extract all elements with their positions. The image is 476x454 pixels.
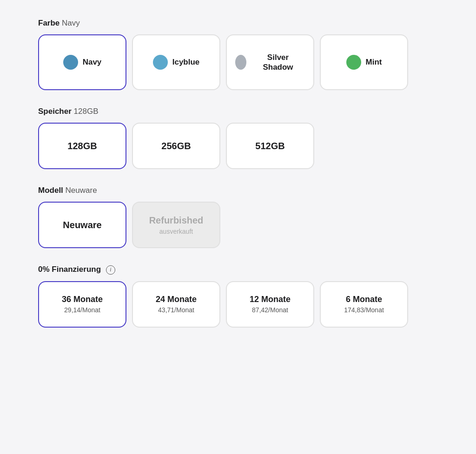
color-dot-navy xyxy=(63,55,78,70)
finance-rate-24m: 43,71/Monat xyxy=(158,306,194,314)
finanzierung-option-12m[interactable]: 12 Monate87,42/Monat xyxy=(226,281,314,328)
modell-label-value: Neuware xyxy=(66,186,97,195)
storage-label-256gb: 256GB xyxy=(161,141,191,151)
farbe-label: Farbe Navy xyxy=(38,19,438,28)
finanzierung-label-bold: 0% Finanzierung xyxy=(38,265,101,274)
storage-label-128gb: 128GB xyxy=(67,141,97,151)
modell-option-refurbished: Refurbishedausverkauft xyxy=(132,202,220,248)
color-label-icyblue: Icyblue xyxy=(172,57,200,67)
speicher-option-256gb[interactable]: 256GB xyxy=(132,123,220,169)
finance-months-36m: 36 Monate xyxy=(62,295,103,304)
modell-label-bold: Modell xyxy=(38,186,63,195)
color-dot-icyblue xyxy=(153,55,168,70)
color-label-mint: Mint xyxy=(366,57,382,67)
finance-months-24m: 24 Monate xyxy=(156,295,197,304)
finanzierung-label: 0% Finanzierung i xyxy=(38,265,438,275)
speicher-option-512gb[interactable]: 512GB xyxy=(226,123,314,169)
farbe-option-silver-shadow[interactable]: Silver Shadow xyxy=(226,34,314,90)
farbe-options-row: NavyIcyblueSilver ShadowMint xyxy=(38,34,438,90)
farbe-option-navy[interactable]: Navy xyxy=(38,34,126,90)
speicher-option-128gb[interactable]: 128GB xyxy=(38,123,126,169)
finance-rate-36m: 29,14/Monat xyxy=(64,306,100,314)
model-sublabel-refurbished: ausverkauft xyxy=(159,228,193,235)
modell-inner-refurbished: Refurbishedausverkauft xyxy=(149,215,204,235)
farbe-option-mint[interactable]: Mint xyxy=(320,34,408,90)
modell-options-row: NeuwareRefurbishedausverkauft xyxy=(38,202,438,248)
finance-rate-6m: 174,83/Monat xyxy=(344,306,384,314)
farbe-option-icyblue[interactable]: Icyblue xyxy=(132,34,220,90)
finance-months-6m: 6 Monate xyxy=(346,295,382,304)
finanzierung-option-36m[interactable]: 36 Monate29,14/Monat xyxy=(38,281,126,328)
color-label-silver-shadow: Silver Shadow xyxy=(251,53,305,72)
storage-label-512gb: 512GB xyxy=(255,141,284,151)
speicher-label-bold: Speicher xyxy=(38,107,72,116)
color-label-navy: Navy xyxy=(83,57,102,67)
modell-inner-neuware: Neuware xyxy=(63,220,101,230)
speicher-section: Speicher 128GB 128GB256GB512GB xyxy=(38,107,438,169)
speicher-label: Speicher 128GB xyxy=(38,107,438,116)
finance-months-12m: 12 Monate xyxy=(250,295,291,304)
product-options-container: Farbe Navy NavyIcyblueSilver ShadowMint … xyxy=(38,19,438,435)
modell-label: Modell Neuware xyxy=(38,186,438,195)
finanzierung-option-6m[interactable]: 6 Monate174,83/Monat xyxy=(320,281,408,328)
model-label-refurbished: Refurbished xyxy=(149,215,204,226)
color-dot-mint xyxy=(346,55,361,70)
finanzierung-info-icon[interactable]: i xyxy=(106,265,115,275)
finanzierung-options-row: 36 Monate29,14/Monat24 Monate43,71/Monat… xyxy=(38,281,438,328)
modell-option-neuware[interactable]: Neuware xyxy=(38,202,126,248)
model-label-neuware: Neuware xyxy=(63,220,101,230)
farbe-section: Farbe Navy NavyIcyblueSilver ShadowMint xyxy=(38,19,438,90)
farbe-label-bold: Farbe xyxy=(38,19,60,27)
speicher-label-value: 128GB xyxy=(74,107,99,116)
finanzierung-section: 0% Finanzierung i 36 Monate29,14/Monat24… xyxy=(38,265,438,328)
speicher-options-row: 128GB256GB512GB xyxy=(38,123,438,169)
finance-rate-12m: 87,42/Monat xyxy=(252,306,288,314)
modell-section: Modell Neuware NeuwareRefurbishedausverk… xyxy=(38,186,438,248)
color-dot-silver-shadow xyxy=(235,55,246,70)
farbe-label-value: Navy xyxy=(62,19,80,27)
finanzierung-option-24m[interactable]: 24 Monate43,71/Monat xyxy=(132,281,220,328)
